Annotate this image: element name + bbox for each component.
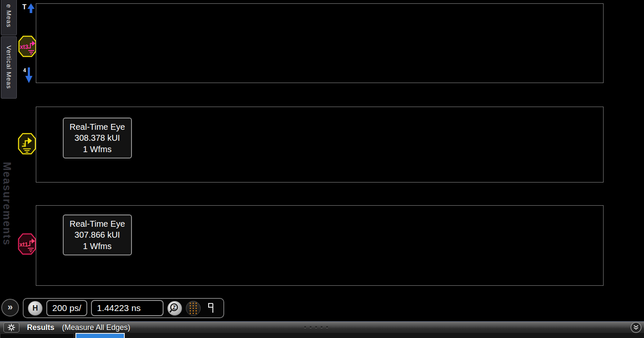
gear-icon [8,324,15,331]
tab-label: Vertical Meas [5,46,13,89]
svg-text:xt1: xt1 [19,241,28,248]
eye-source-octagon-icon [18,133,36,155]
v-scale-top [604,3,642,82]
chevron-right-icon: » [8,302,13,313]
results-status-bar: Results (Measure All Edges) [0,321,644,333]
horizontal-position-input[interactable]: 1.44223 ns [91,300,164,316]
timebase-scale-input[interactable]: 200 ps/ [46,300,87,316]
eye-info-ui-count: 307.866 kUI [70,229,125,240]
measure-mode-label: (Measure All Edges) [62,323,130,332]
waveform-panel[interactable] [36,3,604,83]
hscale-toolbar-row: » H 200 ps/ 1.44223 ns Z [0,297,644,320]
eye-panel-crosstalk1[interactable]: Real-Time Eye 307.866 kUI 1 Wfms [36,205,604,286]
eye-info-wfms: 1 Wfms [70,144,125,155]
svg-text:xt3: xt3 [20,43,28,50]
v-scale-bot [604,205,642,285]
timebase-scale-value: 200 ps/ [52,303,81,313]
eye-panel-ch3[interactable]: Real-Time Eye 308.378 kUI 1 Wfms [36,107,604,182]
svg-text:Z: Z [173,305,176,311]
horizontal-position-value: 1.44223 ns [97,303,141,313]
trigger-label: T [22,3,27,11]
channel4-down-arrow-icon: 4 [23,67,33,83]
hscale-toolbar: H 200 ps/ 1.44223 ns Z [23,298,224,318]
dots-column [196,303,197,314]
magnifier-z-icon: Z [169,303,180,314]
measurements-watermark: Measurements [1,162,13,246]
results-table-peek [0,333,644,338]
dots-column [193,303,194,314]
statusbar-grip-handle[interactable] [304,326,328,328]
eye-source-badge-ch3[interactable] [18,133,36,155]
results-settings-button[interactable] [3,322,19,333]
time-axis-top [36,82,603,106]
sidebar-tab-vertical-meas[interactable]: Vertical Meas [1,36,17,99]
eye-info-wfms: 1 Wfms [70,241,125,252]
xt3-source-badge[interactable]: xt3 [18,35,37,57]
v-scale-mid [604,107,642,182]
h-label: H [32,304,38,313]
collapse-results-button[interactable] [631,322,641,333]
eye-info-ui-count: 308.378 kUI [70,132,125,143]
eye-info-box: Real-Time Eye 307.866 kUI 1 Wfms [63,215,132,255]
svg-text:4: 4 [23,67,26,73]
dots-column [190,303,191,314]
channel4-offscreen-marker[interactable]: 4 [23,67,33,83]
pin-toolbar-button[interactable] [207,302,215,314]
xt1-source-badge[interactable]: xt1 [18,233,36,255]
xt1-octagon-icon: xt1 [18,233,36,255]
tab-label: e Meas [5,4,13,27]
grab-handle-button[interactable] [186,301,201,316]
xt3-octagon-icon: xt3 [18,35,37,57]
eye-info-title: Real-Time Eye [70,121,125,132]
eye-info-title: Real-Time Eye [70,218,125,229]
pin-icon [207,302,215,314]
results-table-cell-selected[interactable] [75,333,125,338]
results-table-cell[interactable] [0,333,74,338]
horizontal-menu-button[interactable]: H [28,301,43,316]
time-axis-mid [36,182,603,205]
double-chevron-down-icon [633,325,639,330]
eye-info-box: Real-Time Eye 308.378 kUI 1 Wfms [63,118,132,158]
time-axis-bot [36,285,603,297]
results-label: Results [27,323,54,332]
oscilloscope-screen: e Meas Vertical Meas Measurements T xt3 … [0,0,644,338]
waveform-canvas[interactable] [36,4,603,83]
toolbar-collapse-button[interactable]: » [1,299,19,317]
sidebar-tab-edge-meas[interactable]: e Meas [1,0,17,35]
trigger-marker[interactable]: T [22,3,35,13]
trigger-up-arrow-icon [27,3,35,13]
zoom-button[interactable]: Z [167,301,182,316]
